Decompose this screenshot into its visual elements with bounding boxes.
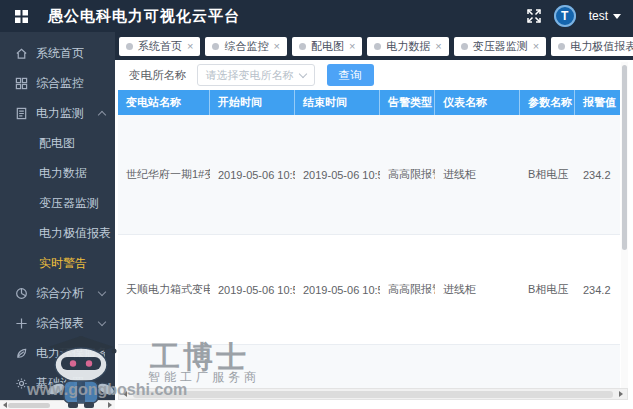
close-icon[interactable]: × (187, 41, 193, 52)
table-cell: 进线柜 (435, 345, 520, 388)
table-cell: 234.2 (575, 115, 620, 234)
query-button[interactable]: 查询 (327, 64, 374, 86)
scroll-right-icon[interactable] (108, 402, 112, 408)
sidebar-subitem-transformer-monitoring[interactable]: 变压器监测 (0, 188, 115, 218)
tab-distribution-diagram[interactable]: 配电图 × (292, 37, 362, 56)
menu-collapse-icon[interactable] (12, 7, 30, 25)
document-icon (15, 107, 28, 120)
tab-power-data[interactable]: 电力数据 × (367, 37, 448, 56)
tab-dot-icon (374, 43, 381, 50)
fullscreen-icon[interactable] (527, 9, 541, 23)
sidebar-item-label: 系统首页 (36, 45, 84, 62)
scrollbar-thumb[interactable] (622, 65, 627, 250)
sidebar-item-label: 综合监控 (36, 75, 84, 92)
tab-dot-icon (558, 43, 565, 50)
table-row: 天顺电力箱式变电站 2019-05-05 03:40:03 2019-05-05… (118, 345, 620, 388)
table-cell: 高高限报警 (380, 235, 435, 344)
settings-icon (15, 377, 28, 390)
table-row: 世纪华府一期1#变 2019-05-06 10:54:01 2019-05-06… (118, 115, 620, 235)
table-cell: 世纪华府一期1#变 (118, 115, 210, 234)
user-name: test (589, 9, 608, 23)
table-cell: 2019-05-05 03:40:03 (210, 345, 295, 388)
sidebar-subitem-extreme-report[interactable]: 电力极值报表 (0, 218, 115, 248)
filter-bar: 变电所名称 请选择变电所名称 查询 (115, 60, 633, 90)
table-cell: 2019-05-06 10:54:01 (295, 115, 380, 234)
table-cell: 2019-05-06 10:52:58 (210, 235, 295, 344)
table-cell: 2019-05-05 03:40:03 (295, 345, 380, 388)
monitor-icon (15, 77, 28, 90)
sidebar-subitem-realtime-alarm[interactable]: 实时警告 (0, 248, 115, 278)
tab-dot-icon (461, 43, 468, 50)
tab-transformer-monitoring[interactable]: 变压器监测 × (454, 37, 546, 56)
scroll-left-icon[interactable] (3, 402, 7, 408)
alarm-table: 变电站名称 开始时间 结束时间 告警类型 仪表名称 参数名称 报警值 世纪华府一… (118, 90, 620, 388)
scrollbar-thumb[interactable] (8, 403, 50, 408)
chevron-down-icon (98, 317, 106, 325)
sidebar-item-basic-settings[interactable]: 基础设置 (0, 368, 115, 398)
table-cell: 报警回复 (380, 345, 435, 388)
leaf-icon (15, 347, 28, 360)
table-cell: 650.2 (575, 345, 620, 388)
select-placeholder: 请选择变电所名称 (206, 68, 294, 83)
substation-filter-label: 变电所名称 (129, 68, 187, 83)
report-icon (15, 317, 28, 330)
sidebar-item-environment-service[interactable]: 电力环保服务 (0, 338, 115, 368)
pie-chart-icon (15, 287, 28, 300)
column-header: 开始时间 (210, 90, 295, 115)
column-header: 变电站名称 (118, 90, 210, 115)
table-cell: 高高限报警 (380, 115, 435, 234)
sidebar-item-label: 综合分析 (36, 285, 84, 302)
user-dropdown[interactable]: test (589, 9, 621, 23)
sidebar-item-power-monitoring[interactable]: 电力监测 (0, 98, 115, 128)
tab-extreme-report[interactable]: 电力极值报表 × (551, 37, 633, 56)
table-cell: 234.2 (575, 235, 620, 344)
table-cell: B相电压 (520, 115, 575, 234)
home-icon (15, 47, 28, 60)
close-icon[interactable]: × (349, 41, 355, 52)
close-icon[interactable]: × (273, 41, 279, 52)
close-icon[interactable]: × (435, 41, 441, 52)
column-header: 参数名称 (520, 90, 575, 115)
tab-dot-icon (212, 43, 219, 50)
sidebar-item-monitoring[interactable]: 综合监控 (0, 68, 115, 98)
table-cell: 2019-05-06 10:54:01 (210, 115, 295, 234)
scroll-right-icon[interactable] (619, 391, 623, 397)
page-title: 愚公电科电力可视化云平台 (48, 7, 240, 26)
sidebar-item-system-home[interactable]: 系统首页 (0, 38, 115, 68)
scrollbar-thumb[interactable] (133, 391, 613, 398)
sidebar-item-label: 基础设置 (36, 375, 84, 392)
app-header: 愚公电科电力可视化云平台 T test (0, 0, 633, 32)
chevron-down-icon (613, 14, 621, 19)
avatar[interactable]: T (554, 5, 576, 27)
sidebar-subitem-power-data[interactable]: 电力数据 (0, 158, 115, 188)
substation-select[interactable]: 请选择变电所名称 (197, 64, 315, 86)
sidebar-item-reports[interactable]: 综合报表 (0, 308, 115, 338)
tab-monitoring[interactable]: 综合监控 × (205, 37, 286, 56)
table-cell: 天顺电力箱式变电站 (118, 235, 210, 344)
scroll-left-icon[interactable] (123, 391, 127, 397)
chevron-up-icon (98, 110, 106, 118)
sidebar: 系统首页 综合监控 电力监测 配电图 电力数据 变压器监测 电力极值报表 实时警… (0, 32, 115, 409)
sidebar-item-label: 电力环保服务 (36, 345, 105, 362)
chevron-down-icon (98, 287, 106, 295)
sidebar-subitem-distribution-diagram[interactable]: 配电图 (0, 128, 115, 158)
sidebar-item-label: 综合报表 (36, 315, 84, 332)
table-cell: A相电压 (520, 345, 575, 388)
chevron-down-icon (298, 70, 306, 78)
table-horizontal-scrollbar[interactable] (118, 388, 628, 400)
table-row: 天顺电力箱式变电站 2019-05-06 10:52:58 2019-05-06… (118, 235, 620, 345)
table-header-row: 变电站名称 开始时间 结束时间 告警类型 仪表名称 参数名称 报警值 (118, 90, 620, 115)
main-content: 系统首页 × 综合监控 × 配电图 × 电力数据 × 变压器监测 × 电力极值报… (115, 32, 633, 409)
table-cell: 进线柜 (435, 235, 520, 344)
tab-dot-icon (126, 43, 133, 50)
table-cell: 2019-05-06 10:52:58 (295, 235, 380, 344)
table-cell: B相电压 (520, 235, 575, 344)
sidebar-item-analysis[interactable]: 综合分析 (0, 278, 115, 308)
column-header: 告警类型 (380, 90, 435, 115)
table-vertical-scrollbar[interactable] (621, 62, 628, 388)
tab-dot-icon (299, 43, 306, 50)
tab-system-home[interactable]: 系统首页 × (119, 37, 200, 56)
column-header: 报警值 (575, 90, 620, 115)
close-icon[interactable]: × (533, 41, 539, 52)
sidebar-horizontal-scrollbar[interactable] (0, 400, 115, 409)
